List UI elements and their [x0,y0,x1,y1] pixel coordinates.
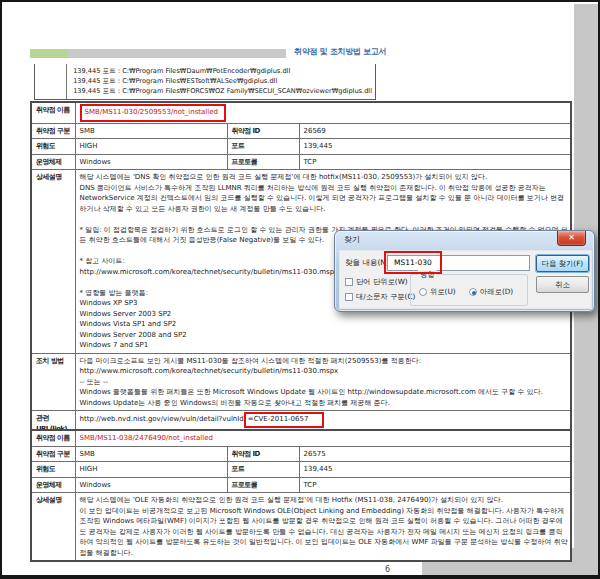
row-value-cell: 다음 마이크로소프트 보안 게시물 MS11-030을 참조하여 시스템에 대한… [75,353,571,411]
row-label-cell: 위험도 [31,139,75,155]
radio-selected-icon[interactable] [469,288,477,296]
table-row: 조치 방법다음 마이크로소프트 보안 게시물 MS11-030을 참조하여 시스… [31,353,571,411]
row-label-cell: 취약점 구분 [31,446,75,462]
text-line: DNS 클라이언트 서비스가 특수하게 조작된 LLMNR 쿼리를 처리하는 방… [80,183,569,215]
whole-word-label: 단어 단위로(W) [356,277,408,287]
row-label-cell: 운영체제 [31,477,75,493]
text-line: http://web.nvd.nist.gov/view/vuln/detail… [80,413,569,427]
direction-down-radio[interactable]: 아래로(D) [469,287,513,297]
row-value-cell: SMB/MS11-030/2509553/not_installed [75,102,571,123]
report-header-title: 취약점 및 조치방법 보고서 [294,46,386,57]
table-row: 상세설명해당 시스템에는 'OLE 자동화의 취약점으로 인한 원격 코드 실행… [31,493,571,562]
text-line: Windows Vista SP1 and SP2 [80,319,569,330]
row-label-cell: 조치 방법 [31,353,75,411]
red-annotation-box-vulnerability-name: SMB/MS11-030/2509553/not_installed [80,104,226,122]
text-line: Windows 플랫폼들을 위한 패치들은 또한 Microsoft Windo… [80,387,569,408]
table-row: 위험도HIGH포트139,445 [31,462,571,478]
table-row: 운영체제Windows프로토콜TCP [31,477,571,493]
row-label-cell: 취약점 ID [227,446,299,462]
row-label-cell: 포트 [227,139,299,155]
row-label-cell: 운영체제 [31,154,75,170]
find-next-button[interactable]: 다음 찾기(F) [536,255,589,272]
row-value-cell: TCP [299,477,571,493]
text-line: -- 또는 -- [80,377,569,388]
row-label-cell: 취약점 이름 [31,102,75,123]
row-value-cell: SMB/MS11-038/2476490/not_installed [75,430,571,446]
row-label-cell: 포트 [227,462,299,478]
page-number: 6 [385,565,390,574]
row-value-cell: TCP [299,154,571,170]
row-value-cell: 139,445 [299,139,571,155]
vulnerability-table-2: 취약점 이름SMB/MS11-038/2476490/not_installed… [30,429,572,562]
text-line: 해당 시스템에는 'DNS 확인 취약점으로 인한 원격 코드 실행 문제점'에… [80,172,569,183]
checkbox-icon[interactable] [345,278,353,286]
table-row: 취약점 구분SMB취약점 ID26569 [31,123,571,139]
text-line: 해당 시스템에는 'OLE 자동화의 취약점으로 인한 원격 코드 실행 문제점… [80,495,569,506]
cancel-button[interactable]: 취소 [536,276,589,293]
continuation-line: 139,445 포트 : C:₩Program Files₩Daum₩PotEn… [73,66,372,76]
header-rule-bar [30,49,286,58]
close-icon[interactable]: ✕ [557,231,586,246]
continuation-label-cell [35,64,67,99]
red-annotation-box-cve-id: =CVE-2011-0657 [244,412,325,428]
table-row: 취약점 이름SMB/MS11-038/2476490/not_installed [31,430,571,446]
direction-group-label: 방향 [418,270,437,280]
row-value-cell: SMB [75,123,227,139]
search-label: 찾을 내용(N): [345,258,391,268]
find-dialog-body: 찾을 내용(N): MS11-030 다음 찾기(F) 취소 단어 단위로(W)… [339,250,592,309]
row-value-cell: Windows [75,154,227,170]
continuation-line: 139,445 포트 : C:₩Program Files₩ESTsoft₩AL… [73,76,372,86]
text-line: http://www.microsoft.com/korea/technet/s… [80,366,569,377]
row-label-cell: 상세설명 [31,170,75,354]
find-dialog-title: 찾기 [344,234,360,245]
match-case-checkbox[interactable]: 대/소문자 구분(C) [345,292,415,302]
row-value-cell: 26575 [299,446,571,462]
text-line: Windows Server 2008 and SP2 [80,330,569,341]
search-input[interactable]: MS11-030 [387,255,530,271]
direction-down-label: 아래로(D) [480,287,513,297]
text-line [80,214,569,225]
row-value-cell: HIGH [75,462,227,478]
row-value-cell: 26569 [299,123,571,139]
header-accent-segment [30,49,68,58]
row-value-cell: 139,445 [299,462,571,478]
direction-up-label: 위로(U) [430,287,456,297]
direction-up-radio[interactable]: 위로(U) [419,287,456,297]
row-label-cell: 위험도 [31,462,75,478]
report-page: 취약점 및 조치방법 보고서 139,445 포트 : C:₩Program F… [0,0,600,579]
continuation-line: 139,445 포트 : C:₩Program Files₩FORCS₩OZ F… [73,86,372,96]
continuation-port-path-list: 139,445 포트 : C:₩Program Files₩Daum₩PotEn… [67,64,375,99]
radio-unselected-icon[interactable] [419,288,427,296]
table-row: 운영체제Windows프로토콜TCP [31,154,571,170]
vulnerability-name-value: SMB/MS11-038/2476490/not_installed [80,434,213,442]
table-row: 취약점 이름SMB/MS11-030/2509553/not_installed [31,102,571,123]
text-line: 다음 마이크로소프트 보안 게시물 MS11-030을 참조하여 시스템에 대한… [80,356,569,367]
whole-word-checkbox[interactable]: 단어 단위로(W) [345,277,408,287]
row-label-cell: 취약점 구분 [31,123,75,139]
row-label-cell: 취약점 이름 [31,430,75,446]
row-value-cell: SMB [75,446,227,462]
row-value-cell: HIGH [75,139,227,155]
text-line: Windows 7 and SP1 [80,340,569,351]
match-case-label: 대/소문자 구분(C) [356,292,415,302]
host-extract-continuation-table: 139,445 포트 : C:₩Program Files₩Daum₩PotEn… [34,64,376,100]
row-label-cell: 프로토콜 [227,154,299,170]
table-row: 취약점 구분SMB취약점 ID26575 [31,446,571,462]
row-value-cell: Windows [75,477,227,493]
row-label-cell: 프로토콜 [227,477,299,493]
row-label-cell: 취약점 ID [227,123,299,139]
text-line: 이 보안 업데이트는 비공개적으로 보고된 Microsoft Windows … [80,506,569,559]
row-label-cell: 상세설명 [31,493,75,562]
find-dialog: 찾기 ✕ 찾을 내용(N): MS11-030 다음 찾기(F) 취소 단어 단… [334,230,595,312]
direction-groupbox: 방향 위로(U) 아래로(D) [410,274,528,306]
checkbox-icon[interactable] [345,293,353,301]
table-row: 위험도HIGH포트139,445 [31,139,571,155]
row-value-cell: 해당 시스템에는 'OLE 자동화의 취약점으로 인한 원격 코드 실행 문제점… [75,493,571,562]
